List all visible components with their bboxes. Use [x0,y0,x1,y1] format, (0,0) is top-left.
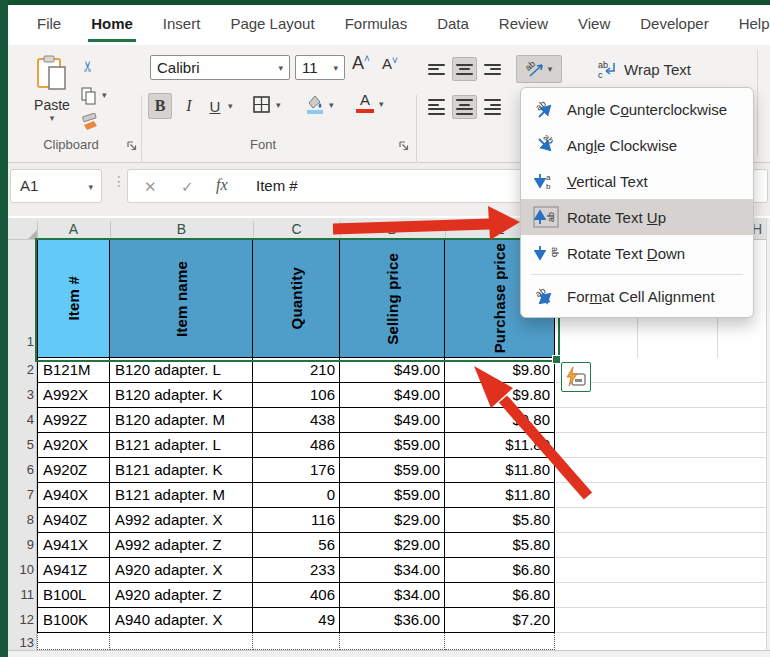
orientation-button[interactable]: ab ▾ [516,55,562,83]
cell[interactable] [340,633,445,650]
formula-bar-handle[interactable]: ⋮ [112,173,127,189]
cell[interactable]: A940X [37,483,110,508]
cell[interactable]: B100K [37,608,110,633]
column-header-b[interactable]: B [110,218,253,240]
cell[interactable]: $34.00 [340,583,445,608]
cell[interactable]: A992 adapter. Z [110,533,253,558]
cell[interactable]: $49.00 [340,358,445,383]
tab-formulas[interactable]: Formulas [330,5,423,45]
cell[interactable]: 0 [253,483,340,508]
cell[interactable]: B121 adapter. K [110,458,253,483]
tab-file[interactable]: File [22,5,76,45]
column-header-c[interactable]: C [253,218,340,240]
font-size-combo[interactable]: 11 ▾ [295,55,345,80]
row-header-12[interactable]: 12 [8,612,34,627]
row-header-13[interactable]: 13 [8,635,34,650]
cell[interactable]: 106 [253,383,340,408]
align-right-button[interactable] [480,95,505,119]
cell[interactable]: $29.00 [340,508,445,533]
row-header-11[interactable]: 11 [8,587,34,602]
row-header-7[interactable]: 7 [8,487,34,502]
tab-view[interactable]: View [563,5,625,45]
underline-caret-icon[interactable]: ▾ [228,101,233,111]
formula-input[interactable]: Item # [256,177,298,194]
tab-review[interactable]: Review [484,5,563,45]
row-header-1[interactable]: 1 [8,334,34,356]
wrap-text-button[interactable]: ab c Wrap Text [596,59,691,79]
select-all-corner[interactable] [28,230,37,239]
cell[interactable]: $36.00 [340,608,445,633]
cell-a1-active[interactable]: Item # [37,240,110,358]
font-color-caret-icon[interactable]: ▾ [379,99,384,109]
insert-function-icon[interactable]: fx [216,176,228,194]
copy-caret-icon[interactable]: ▾ [102,90,107,100]
cell[interactable]: $59.00 [340,433,445,458]
cell[interactable]: 406 [253,583,340,608]
cell-c1[interactable]: Quantity [253,240,340,358]
cell[interactable]: $9.80 [445,358,555,383]
cell[interactable]: B120 adapter. M [110,408,253,433]
cell[interactable]: B121M [37,358,110,383]
font-name-combo[interactable]: Calibri ▾ [150,55,290,80]
cell[interactable]: A940 adapter. X [110,608,253,633]
cell[interactable]: A992X [37,383,110,408]
align-left-button[interactable] [424,95,449,119]
paste-caret-icon[interactable]: ▾ [28,113,76,123]
cell[interactable]: A920X [37,433,110,458]
row-header-5[interactable]: 5 [8,437,34,452]
menu-item-vertical-text[interactable]: a b Vertical Text [521,163,753,199]
name-box[interactable]: A1 ▾ [10,169,102,203]
cell[interactable]: 56 [253,533,340,558]
fill-color-caret-icon[interactable]: ▾ [329,100,334,110]
borders-caret-icon[interactable]: ▾ [276,100,281,110]
cell[interactable]: B120 adapter. L [110,358,253,383]
underline-button[interactable]: U [204,93,226,119]
cell[interactable] [110,633,253,650]
row-header-2[interactable]: 2 [8,362,34,377]
menu-item-rotate-text-up[interactable]: ab Rotate Text Up [521,199,753,235]
cell[interactable]: $9.80 [445,383,555,408]
horizontal-scrollbar[interactable] [8,650,770,657]
cell[interactable]: $11.80 [445,458,555,483]
row-header-3[interactable]: 3 [8,387,34,402]
cell[interactable]: $5.80 [445,508,555,533]
tab-insert[interactable]: Insert [148,5,216,45]
column-header-d[interactable]: D [340,218,445,240]
bottom-align-button[interactable] [480,57,505,81]
cell[interactable]: A920Z [37,458,110,483]
shrink-font-button[interactable]: A˅ [382,55,398,72]
cell[interactable]: $49.00 [340,408,445,433]
enter-icon[interactable]: ✓ [181,178,194,196]
cell[interactable]: $59.00 [340,458,445,483]
cell-b1[interactable]: Item name [110,240,253,358]
menu-item-rotate-text-down[interactable]: ab Rotate Text Down [521,235,753,271]
cell[interactable]: A992Z [37,408,110,433]
clipboard-dialog-launcher[interactable] [126,138,140,152]
grow-font-button[interactable]: A˄ [352,53,370,74]
cell[interactable]: 49 [253,608,340,633]
tab-data[interactable]: Data [422,5,484,45]
format-painter-button[interactable] [80,113,100,135]
cell[interactable]: $5.80 [445,533,555,558]
cell[interactable]: 233 [253,558,340,583]
font-dialog-launcher[interactable] [398,138,412,152]
tab-page-layout[interactable]: Page Layout [215,5,329,45]
tab-developer[interactable]: Developer [625,5,723,45]
tab-home[interactable]: Home [76,5,148,45]
font-color-button[interactable]: A [356,92,374,113]
row-header-8[interactable]: 8 [8,512,34,527]
middle-align-button[interactable] [452,57,477,81]
copy-button[interactable]: ▾ [80,87,98,109]
quick-analysis-button[interactable] [561,362,591,392]
cell[interactable]: $59.00 [340,483,445,508]
row-header-10[interactable]: 10 [8,562,34,577]
cell[interactable] [445,633,555,650]
cell[interactable]: $11.80 [445,483,555,508]
cell[interactable]: $6.80 [445,583,555,608]
cell[interactable]: 116 [253,508,340,533]
cell[interactable]: A920 adapter. Z [110,583,253,608]
cell[interactable]: B121 adapter. M [110,483,253,508]
top-align-button[interactable] [424,57,449,81]
cell[interactable]: A941X [37,533,110,558]
cell[interactable]: $6.80 [445,558,555,583]
